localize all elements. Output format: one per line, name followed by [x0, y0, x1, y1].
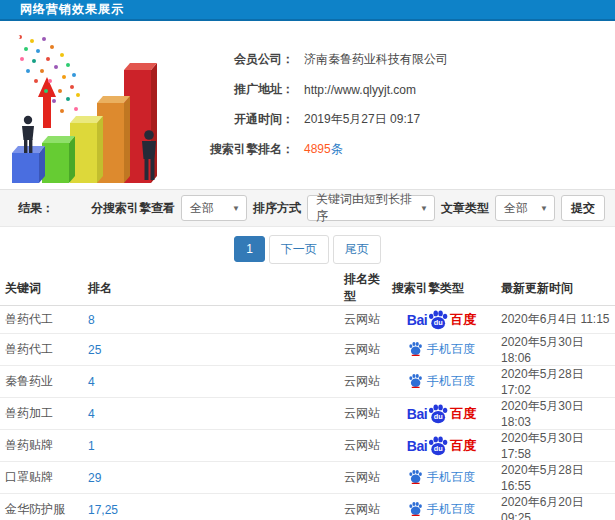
company-link[interactable]: 济南秦鲁药业科技有限公司 [304, 51, 448, 68]
bar-chart-illustration [2, 25, 182, 187]
table-row: 金华防护服 17,25 云网站 Bai du [0, 494, 615, 520]
promo-url-link[interactable]: http://www.qlyyjt.com [304, 83, 416, 97]
col-engine-type: 搜索引擎类型 [387, 271, 496, 306]
up-arrow-icon [38, 77, 56, 128]
page-header: 网络营销效果展示 [0, 0, 615, 21]
updated-cell: 2020年6月20日 09:25 [496, 494, 615, 520]
ranking-count-number: 4895 [304, 142, 331, 156]
table-row: 秦鲁药业 4 云网站 Bai du [0, 366, 615, 398]
chevron-down-icon: ▼ [226, 204, 240, 213]
mobile-baidu-logo: 手机百度 [408, 501, 475, 519]
pagination: 1 下一页 尾页 [0, 227, 615, 271]
page-title: 网络营销效果展示 [20, 1, 124, 18]
updated-cell: 2020年5月28日 16:55 [496, 462, 615, 494]
rank-link[interactable]: 8 [88, 313, 95, 327]
last-page-button[interactable]: 尾页 [333, 235, 381, 264]
table-row: 口罩贴牌 29 云网站 Bai du [0, 462, 615, 494]
chevron-down-icon: ▼ [534, 204, 548, 213]
keyword-cell: 兽药代工 [0, 306, 83, 334]
rank-link[interactable]: 25 [88, 343, 101, 357]
updated-cell: 2020年5月30日 18:06 [496, 334, 615, 366]
promo-url-label: 推广地址： [182, 81, 294, 98]
mobile-baidu-paw-icon [408, 469, 423, 487]
mobile-baidu-label: 手机百度 [427, 341, 475, 358]
result-label: 结果： [18, 200, 54, 217]
page-1-button[interactable]: 1 [234, 236, 265, 262]
col-updated: 最新更新时间 [496, 271, 615, 306]
rank-link[interactable]: 1 [88, 439, 95, 453]
sort-filter-select[interactable]: 关键词由短到长排序 ▼ [307, 195, 435, 221]
mobile-baidu-label: 手机百度 [427, 373, 475, 390]
open-time-value: 2019年5月27日 09:17 [304, 111, 420, 128]
col-keyword: 关键词 [0, 271, 83, 306]
engine-filter-value: 全部 [190, 200, 214, 217]
svg-text:du: du [434, 318, 443, 327]
next-page-button[interactable]: 下一页 [269, 235, 329, 264]
rank-type-cell: 云网站 [339, 306, 387, 334]
keyword-cell: 兽药贴牌 [0, 430, 83, 462]
keyword-cell: 秦鲁药业 [0, 366, 83, 398]
summary-section: 会员公司： 济南秦鲁药业科技有限公司 推广地址： http://www.qlyy… [0, 21, 615, 189]
info-row-ranking-count: 搜索引擎排名： 4895条 [182, 141, 615, 158]
rank-link[interactable]: 4 [88, 375, 95, 389]
mobile-baidu-logo: 手机百度 [408, 373, 475, 391]
rank-link[interactable]: 17,25 [88, 503, 118, 517]
marketing-report-page: 网络营销效果展示 [0, 0, 615, 520]
updated-cell: 2020年5月30日 18:03 [496, 398, 615, 430]
keyword-cell: 兽药加工 [0, 398, 83, 430]
mobile-baidu-paw-icon [408, 341, 423, 359]
baidu-logo: Bai du 百度 [407, 404, 476, 424]
article-type-select[interactable]: 全部 ▼ [495, 195, 555, 221]
rank-type-cell: 云网站 [339, 398, 387, 430]
keyword-table-body: 兽药代工 8 云网站 Bai du [0, 306, 615, 520]
submit-button[interactable]: 提交 [561, 195, 605, 221]
baidu-paw-icon: du [427, 436, 449, 456]
filter-controls: 分搜索引擎查看 全部 ▼ 排序方式 关键词由短到长排序 ▼ 文章类型 全部 ▼ … [91, 195, 605, 221]
updated-cell: 2020年6月4日 11:15 [496, 306, 615, 334]
table-row: 兽药贴牌 1 云网站 Bai du [0, 430, 615, 462]
info-row-open-time: 开通时间： 2019年5月27日 09:17 [182, 111, 615, 128]
keyword-ranking-table: 关键词 排名 排名类型 搜索引擎类型 最新更新时间 兽药代工 8 云网站 Bai [0, 271, 615, 520]
baidu-paw-icon: du [427, 404, 449, 424]
col-rank-type: 排名类型 [339, 271, 387, 306]
article-type-value: 全部 [504, 200, 528, 217]
rank-type-cell: 云网站 [339, 334, 387, 366]
table-row: 兽药加工 4 云网站 Bai du [0, 398, 615, 430]
baidu-paw-icon: du [427, 310, 449, 330]
sort-filter-label: 排序方式 [253, 200, 301, 217]
ranking-count-label: 搜索引擎排名： [182, 141, 294, 158]
mobile-baidu-paw-icon [408, 501, 423, 519]
col-rank: 排名 [83, 271, 339, 306]
ranking-count-value: 4895条 [304, 141, 343, 158]
rank-link[interactable]: 4 [88, 407, 95, 421]
open-time-label: 开通时间： [182, 111, 294, 128]
info-row-company: 会员公司： 济南秦鲁药业科技有限公司 [182, 51, 615, 68]
mobile-baidu-logo: 手机百度 [408, 341, 475, 359]
company-label: 会员公司： [182, 51, 294, 68]
engine-filter-select[interactable]: 全部 ▼ [181, 195, 247, 221]
keyword-cell: 口罩贴牌 [0, 462, 83, 494]
rank-link[interactable]: 29 [88, 471, 101, 485]
rank-type-cell: 云网站 [339, 494, 387, 520]
mobile-baidu-label: 手机百度 [427, 501, 475, 518]
mobile-baidu-paw-icon [408, 373, 423, 391]
baidu-logo: Bai du 百度 [407, 436, 476, 456]
updated-cell: 2020年5月30日 17:58 [496, 430, 615, 462]
keyword-cell: 兽药代工 [0, 334, 83, 366]
svg-text:du: du [434, 444, 443, 453]
engine-filter-label: 分搜索引擎查看 [91, 200, 175, 217]
ranking-count-unit: 条 [331, 142, 343, 156]
member-info: 会员公司： 济南秦鲁药业科技有限公司 推广地址： http://www.qlyy… [182, 21, 615, 189]
article-type-label: 文章类型 [441, 200, 489, 217]
filter-bar: 结果： 分搜索引擎查看 全部 ▼ 排序方式 关键词由短到长排序 ▼ 文章类型 全… [0, 189, 615, 227]
mobile-baidu-logo: 手机百度 [408, 469, 475, 487]
rank-type-cell: 云网站 [339, 430, 387, 462]
sort-filter-value: 关键词由短到长排序 [316, 191, 414, 225]
svg-text:du: du [434, 412, 443, 421]
info-row-url: 推广地址： http://www.qlyyjt.com [182, 81, 615, 98]
baidu-logo: Bai du 百度 [407, 310, 476, 330]
table-row: 兽药代工 8 云网站 Bai du [0, 306, 615, 334]
rank-type-cell: 云网站 [339, 462, 387, 494]
table-row: 兽药代工 25 云网站 Bai du [0, 334, 615, 366]
mobile-baidu-label: 手机百度 [427, 469, 475, 486]
